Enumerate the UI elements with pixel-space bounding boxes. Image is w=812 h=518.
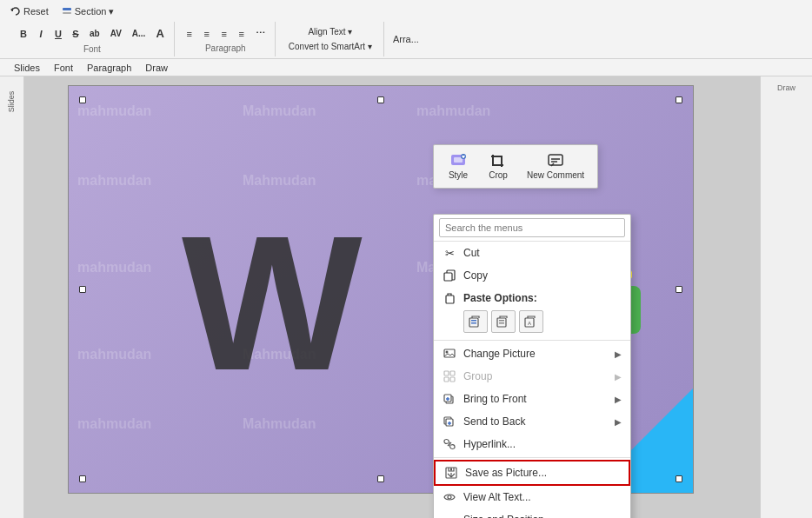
selection-handle-tl[interactable] <box>79 96 86 103</box>
align-text-button[interactable]: Align Text ▾ <box>284 24 376 39</box>
bring-front-menu-item[interactable]: Bring to Front ▶ <box>434 388 630 410</box>
copy-menu-item[interactable]: Copy <box>434 264 630 287</box>
reset-button[interactable]: Reset <box>7 4 52 18</box>
new-comment-button[interactable]: New Comment <box>519 149 592 184</box>
paste-btn-1[interactable] <box>463 310 488 333</box>
draw-tab[interactable]: Draw <box>138 61 175 75</box>
send-back-menu-item[interactable]: Send to Back ▶ <box>434 410 630 433</box>
change-picture-menu-item[interactable]: Change Picture ▶ <box>434 342 630 365</box>
watermark-3: mahmudan <box>416 103 490 119</box>
arrange-label: Arra... <box>393 34 419 44</box>
send-back-icon <box>443 415 456 428</box>
save-picture-label: Save as Picture... <box>465 467 547 479</box>
cut-label: Cut <box>463 247 480 259</box>
cut-menu-item[interactable]: ✂ Cut <box>434 242 630 264</box>
divider-2 <box>434 457 630 458</box>
section-button[interactable]: Section ▾ <box>57 3 119 20</box>
ribbon-main: B I U S ab AV A... A Font ≡ ≡ ≡ ≡ ⋯ Para… <box>3 21 809 57</box>
selection-handle-bc[interactable] <box>377 475 384 482</box>
svg-rect-14 <box>471 322 476 324</box>
italic-button[interactable]: I <box>33 26 49 42</box>
group-menu-item[interactable]: Group ▶ <box>434 365 630 388</box>
style-icon <box>449 153 467 169</box>
svg-rect-25 <box>450 377 455 382</box>
crop-button[interactable]: Crop <box>479 149 517 184</box>
svg-rect-22 <box>444 371 449 375</box>
bring-front-arrow: ▶ <box>615 395 622 404</box>
svg-point-37 <box>448 495 451 499</box>
svg-rect-24 <box>444 377 449 382</box>
paste-options-row: A <box>434 307 630 338</box>
slides-panel: Slides <box>0 76 24 518</box>
font-color-button[interactable]: A <box>151 24 168 43</box>
align-right-button[interactable]: ≡ <box>216 26 232 42</box>
paste-btn-3[interactable]: A <box>519 310 543 333</box>
font-size-button[interactable]: A... <box>128 26 150 41</box>
selection-handle-br[interactable] <box>676 475 682 482</box>
watermark-9: mahmudan <box>77 347 151 362</box>
copy-icon <box>443 269 456 282</box>
more-paragraph-button[interactable]: ⋯ <box>251 25 270 42</box>
svg-rect-6 <box>549 155 562 165</box>
ribbon: Reset Section ▾ B I U S ab AV A... A Fon… <box>0 0 812 59</box>
paragraph-label: Paragraph <box>205 43 246 53</box>
align-left-button[interactable]: ≡ <box>182 26 197 42</box>
style-button[interactable]: Style <box>439 149 477 184</box>
size-position-menu-item[interactable]: Size and Position... <box>434 508 630 518</box>
watermark-12: mahmudan <box>77 416 151 432</box>
bold-button[interactable]: B <box>16 26 31 42</box>
main-area: Slides mahmudan Mahmudan mahmudan mahmud… <box>0 76 812 518</box>
char-spacing-button[interactable]: AV <box>106 26 126 41</box>
watermark-7: mahmudan <box>77 260 151 276</box>
reset-label: Reset <box>23 6 49 17</box>
crop-icon <box>489 153 507 169</box>
ribbon-bar: Slides Font Paragraph Draw <box>0 59 812 76</box>
section-arrow: ▾ <box>109 6 114 17</box>
selection-handle-bl[interactable] <box>79 475 86 482</box>
svg-rect-13 <box>471 320 476 322</box>
watermark-2: Mahmudan <box>243 103 316 119</box>
selection-handle-ml[interactable] <box>79 286 86 293</box>
selection-handle-tr[interactable] <box>676 96 682 103</box>
view-alt-label: View Alt Text... <box>463 491 531 503</box>
new-comment-label: New Comment <box>527 170 584 180</box>
slides-tab[interactable]: Slides <box>7 61 47 75</box>
send-back-label: Send to Back <box>463 415 525 428</box>
align-justify-button[interactable]: ≡ <box>234 26 250 42</box>
paste-options-header: Paste Options: <box>434 287 630 307</box>
align-center-button[interactable]: ≡ <box>199 26 215 42</box>
context-menu-search <box>434 215 630 242</box>
clear-format-button[interactable]: ab <box>85 26 104 41</box>
slides-label: Slides <box>7 91 16 113</box>
hyperlink-menu-item[interactable]: Hyperlink... <box>434 433 630 455</box>
right-panel: Draw <box>760 76 812 518</box>
strikethrough-button[interactable]: S <box>68 26 83 42</box>
svg-text:A: A <box>528 321 531 326</box>
ribbon-top: Reset Section ▾ <box>3 2 809 21</box>
reset-icon <box>10 6 21 17</box>
hyperlink-label: Hyperlink... <box>463 438 516 450</box>
view-alt-menu-item[interactable]: View Alt Text... <box>434 486 630 508</box>
group-icon <box>443 369 456 383</box>
selection-handle-tc[interactable] <box>377 96 384 103</box>
watermark-4: mahmudan <box>77 173 151 189</box>
selection-handle-mr[interactable] <box>676 286 682 293</box>
floating-toolbar: Style Crop New Comment <box>433 144 598 189</box>
copy-label: Copy <box>463 269 488 282</box>
slide-canvas: mahmudan Mahmudan mahmudan mahmudan Mahm… <box>24 76 760 518</box>
underline-button[interactable]: U <box>50 26 66 42</box>
section-label: Section <box>75 6 107 17</box>
watermark-5: Mahmudan <box>243 173 316 189</box>
crop-label: Crop <box>489 170 508 180</box>
convert-smartart-button[interactable]: Convert to SmartArt ▾ <box>284 39 376 54</box>
group-arrow: ▶ <box>615 372 622 382</box>
paragraph-tab[interactable]: Paragraph <box>80 61 138 75</box>
size-position-icon <box>443 513 456 518</box>
align-text-group: Align Text ▾ Convert to SmartArt ▾ <box>277 22 384 56</box>
save-picture-menu-item[interactable]: Save as Picture... <box>434 460 630 486</box>
paragraph-buttons-row: ≡ ≡ ≡ ≡ ⋯ <box>182 25 270 42</box>
paste-btn-2[interactable] <box>491 310 516 333</box>
font-tab[interactable]: Font <box>47 61 80 75</box>
send-back-arrow: ▶ <box>615 417 622 427</box>
search-input[interactable] <box>439 218 625 237</box>
